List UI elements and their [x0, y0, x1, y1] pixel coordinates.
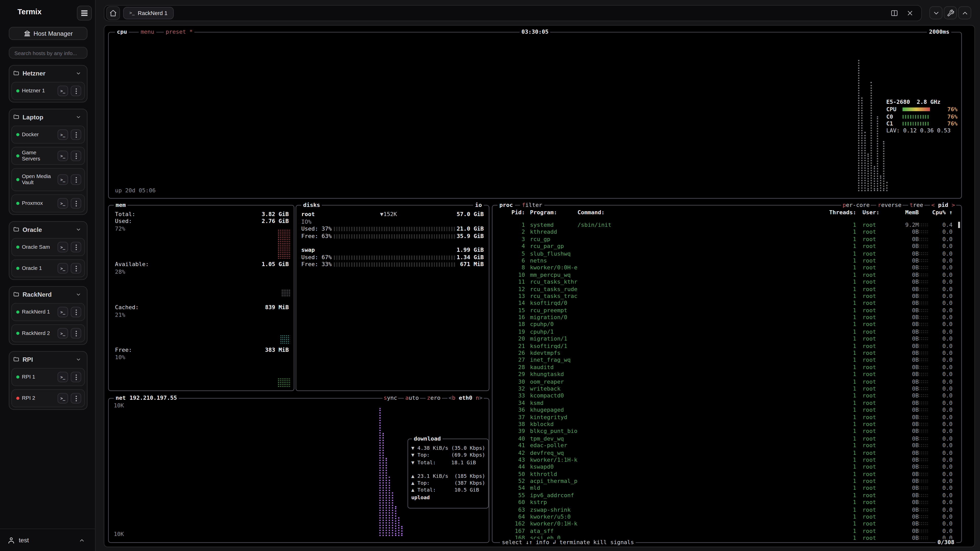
proc-col-header[interactable]: Pid:	[496, 209, 525, 216]
host-menu-button[interactable]	[71, 393, 81, 403]
host-menu-button[interactable]	[71, 129, 81, 140]
open-terminal-button[interactable]: >_	[57, 393, 68, 403]
proc-row[interactable]: 6netns1root0B0.0	[496, 257, 959, 265]
proc-col-header[interactable]: MemB	[891, 209, 919, 216]
wrench-icon[interactable]	[944, 6, 957, 19]
proc-row[interactable]: 5slub_flushwq1root0B0.0	[496, 250, 959, 257]
proc-col-header[interactable]: Threads:	[819, 209, 856, 216]
proc-row[interactable]: 21ksoftirqd/11root0B0.0	[496, 343, 959, 350]
sort-column-selector[interactable]: < pid >	[930, 202, 956, 209]
net-button-auto[interactable]: auto	[404, 395, 420, 402]
group-collapse-button[interactable]	[73, 68, 83, 78]
proc-row[interactable]: 44kswapd01root0B0.0	[496, 464, 959, 471]
proc-row[interactable]: 19cpuhp/11root0B0.0	[496, 329, 959, 336]
proc-row[interactable]: 10mm_percpu_wq1root0B0.0	[496, 272, 959, 279]
host-item[interactable]: RackNerd 2>_	[11, 324, 85, 342]
proc-row[interactable]: 27inet_frag_wq1root0B0.0	[496, 357, 959, 364]
filter-button[interactable]: filter	[520, 202, 544, 209]
proc-row[interactable]: 3rcu_gp1root0B0.0	[496, 236, 959, 243]
io-toggle[interactable]: io	[473, 202, 484, 209]
group-collapse-button[interactable]	[73, 112, 83, 122]
preset-button[interactable]: preset *	[164, 29, 195, 36]
user-menu-button[interactable]	[76, 534, 88, 546]
group-collapse-button[interactable]	[73, 354, 83, 364]
open-terminal-button[interactable]: >_	[57, 242, 68, 252]
open-terminal-button[interactable]: >_	[57, 86, 68, 97]
host-item[interactable]: RPI 2>_	[11, 389, 85, 407]
host-item[interactable]: Proxmox>_	[11, 194, 85, 213]
host-item[interactable]: Game Servers>_	[11, 147, 85, 165]
proc-row[interactable]: 29khungtaskd1root0B0.0	[496, 371, 959, 378]
proc-row[interactable]: 33kcompactd01root0B0.0	[496, 392, 959, 400]
close-icon[interactable]	[905, 8, 915, 18]
proc-row[interactable]: 42devfreq_wq1root0B0.0	[496, 449, 959, 457]
host-item[interactable]: Docker>_	[11, 125, 85, 144]
search-input[interactable]	[9, 47, 88, 59]
host-manager-button[interactable]: Host Manager	[9, 27, 88, 40]
host-item[interactable]: Hetzner 1>_	[11, 82, 85, 100]
proc-row[interactable]: 4rcu_par_gp1root0B0.0	[496, 243, 959, 250]
open-terminal-button[interactable]: >_	[57, 328, 68, 339]
proc-row[interactable]: 162kworker/0:1H-kbl1root0B0.0	[496, 521, 959, 528]
refresh-rate[interactable]: 2000ms	[927, 29, 951, 36]
host-menu-button[interactable]	[71, 151, 81, 161]
proc-row[interactable]: 40tpm_dev_wq1root0B0.0	[496, 435, 959, 442]
open-terminal-button[interactable]: >_	[57, 129, 68, 140]
proc-row[interactable]: 18cpuhp/01root0B0.0	[496, 321, 959, 329]
proc-row[interactable]: 38kblockd1root0B0.0	[496, 421, 959, 428]
proc-option-per-core[interactable]: per-core	[841, 202, 871, 209]
proc-option-reverse[interactable]: reverse	[877, 202, 903, 209]
open-terminal-button[interactable]: >_	[57, 372, 68, 383]
proc-option-tree[interactable]: tree	[908, 202, 924, 209]
proc-row[interactable]: 15rcu_preempt1root0B0.0	[496, 307, 959, 314]
proc-row[interactable]: 12rcu_tasks_rude_k1root0B0.0	[496, 286, 959, 293]
host-item[interactable]: Oracle 1>_	[11, 259, 85, 277]
proc-row[interactable]: 54mld1root0B0.0	[496, 485, 959, 492]
proc-row[interactable]: 8kworker/0:0H-eve1root0B0.0	[496, 265, 959, 272]
split-view-icon[interactable]	[889, 8, 899, 18]
host-item[interactable]: Open Media Vault>_	[11, 168, 85, 191]
proc-col-header[interactable]: Cpu% ↑	[929, 209, 953, 216]
proc-row[interactable]: 26kdevtmpfs1root0B0.0	[496, 350, 959, 357]
proc-row[interactable]: 60kstrp1root0B0.0	[496, 499, 959, 507]
proc-row[interactable]: 20migration/11root0B0.0	[496, 336, 959, 343]
proc-row[interactable]: 39blkcg_punt_bio1root0B0.0	[496, 428, 959, 435]
proc-row[interactable]: 32writeback1root0B0.0	[496, 386, 959, 392]
proc-row[interactable]: 50kthrotld1root0B0.0	[496, 471, 959, 478]
proc-row[interactable]: 41edac-poller1root0B0.0	[496, 442, 959, 449]
proc-row[interactable]: 28kauditd1root0B0.0	[496, 364, 959, 371]
home-button[interactable]	[106, 6, 120, 20]
host-menu-button[interactable]	[71, 372, 81, 383]
proc-row[interactable]: 64kworker/u5:01root0B0.0	[496, 513, 959, 521]
proc-row[interactable]: 36khugepaged1root0B0.0	[496, 407, 959, 414]
iface-selector[interactable]: <b eth0 n>	[447, 395, 484, 402]
proc-row[interactable]: 30oom_reaper1root0B0.0	[496, 378, 959, 386]
host-menu-button[interactable]	[71, 263, 81, 274]
host-item[interactable]: RackNerd 1>_	[11, 303, 85, 321]
sidebar-menu-button[interactable]	[77, 6, 92, 21]
proc-col-header[interactable]: Program:	[525, 209, 578, 216]
proc-scrollbar-thumb[interactable]	[958, 222, 960, 228]
proc-col-header[interactable]	[919, 209, 929, 216]
host-menu-button[interactable]	[71, 198, 81, 209]
proc-row[interactable]: 14ksoftirqd/01root0B0.0	[496, 300, 959, 307]
proc-row[interactable]: 43kworker/1:1H-kbl1root0B0.0	[496, 457, 959, 464]
proc-row[interactable]: 55ipv6_addrconf1root0B0.0	[496, 492, 959, 499]
open-terminal-button[interactable]: >_	[57, 174, 68, 185]
proc-row[interactable]: 1systemd/sbin/init1root9.2M0.4	[496, 222, 959, 229]
group-collapse-button[interactable]	[73, 289, 83, 299]
host-item[interactable]: Oracle Sam>_	[11, 238, 85, 256]
proc-row[interactable]: 16migration/01root0B0.0	[496, 314, 959, 321]
host-item[interactable]: RPI 1>_	[11, 368, 85, 386]
net-button-zero[interactable]: zero	[426, 395, 442, 402]
proc-row[interactable]: 52acpi_thermal_pm1root0B0.0	[496, 478, 959, 485]
open-terminal-button[interactable]: >_	[57, 263, 68, 274]
host-menu-button[interactable]	[71, 174, 81, 185]
host-menu-button[interactable]	[71, 86, 81, 97]
net-button-sync[interactable]: sync	[382, 395, 398, 402]
proc-row[interactable]: 63zswap-shrink1root0B0.0	[496, 507, 959, 513]
open-terminal-button[interactable]: >_	[57, 198, 68, 209]
open-terminal-button[interactable]: >_	[57, 306, 68, 318]
menu-button[interactable]: menu	[139, 29, 156, 36]
panel-expand-icon[interactable]	[958, 6, 971, 19]
